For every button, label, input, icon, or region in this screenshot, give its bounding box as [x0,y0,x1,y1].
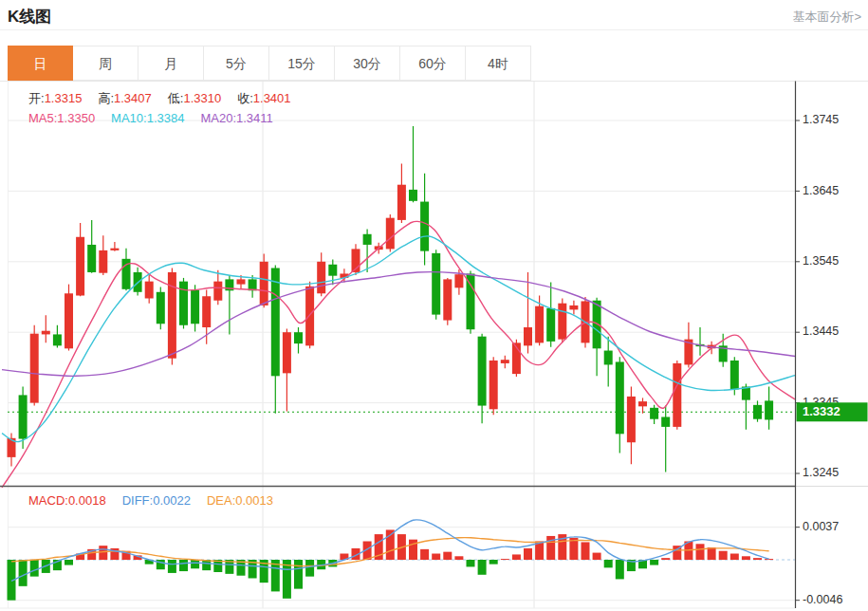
plot-area[interactable] [0,82,868,609]
readout-item: MA20:1.3411 [200,111,272,125]
candle-body [271,268,280,376]
candle-body [53,334,62,345]
macd-bar [191,560,199,568]
candle-body [478,337,487,406]
macd-bar [593,553,601,560]
candle-body [19,395,28,438]
macd-bar [420,549,429,560]
candle-body [420,202,429,251]
ohlc-readout: 开:1.3315高:1.3407低:1.3310收:1.3401 [28,90,307,107]
macd-bar [719,551,728,560]
macd-bar [489,560,498,565]
candle-body [294,332,303,343]
candle-body [397,185,406,220]
macd-bar [454,556,463,560]
last-price-badge-label: 1.3332 [803,404,840,418]
candle-body [524,327,532,345]
candle-body [546,308,555,342]
macd-bar [432,554,440,560]
candle-body [650,408,658,419]
candle-body [443,279,452,320]
candle-body [202,296,211,327]
candle-body [673,363,681,427]
candle-body [753,405,762,419]
candle-body [454,274,463,287]
candle-body [283,332,291,373]
candle-body [76,237,84,296]
readout-item: DIFF:0.0022 [122,493,191,508]
macd-bar [765,559,773,560]
price-axis-label: 1.3645 [803,184,839,197]
macd-bar [19,560,28,586]
candle-body [237,279,246,284]
candle-body [213,282,222,301]
candle-body [328,265,337,276]
candle-body [87,245,96,272]
readout-item: MA10:1.3384 [111,111,184,125]
macd-bar [179,560,188,571]
candle-body [730,361,739,390]
macd-bar [742,556,750,560]
macd-bar [708,547,716,560]
readout-item: 低:1.3310 [168,91,221,105]
candle-body [501,360,509,363]
candle-body [593,301,601,349]
candle-body [616,361,624,434]
candle-body [260,262,268,306]
readout-item: MA5:1.3350 [28,111,95,125]
readout-item: 高:1.3407 [98,91,151,105]
macd-bar [443,552,452,560]
macd-bar [604,560,613,567]
readout-item: 收:1.3401 [237,91,290,105]
candle-body [65,293,73,348]
macd-bar [294,560,303,589]
readout-item: DEA:0.0013 [207,493,273,508]
candle-body [638,401,647,406]
macd-bar [30,560,39,577]
candle-body [191,290,199,324]
kline-widget: K线图 基本面分析> 日周月5分15分30分60分4时 1.37451.3645… [0,0,868,611]
readout-item: MACD:0.0018 [28,493,106,508]
macd-bar [753,558,762,560]
price-axis-label: 1.3545 [803,254,839,268]
candle-body [99,250,107,273]
macd-bar [168,560,176,573]
candle-body [305,287,314,345]
macd-bar [616,560,624,579]
candle-body [535,306,544,343]
macd-readout: MACD:0.0018DIFF:0.0022DEA:0.0013 [28,493,289,508]
candle-body [558,304,566,340]
macd-bar [730,554,739,560]
candle-body [145,282,154,299]
macd-bar [501,559,509,560]
candle-body [661,417,670,426]
candle-body [42,331,50,335]
macd-bar [512,554,521,560]
candle-body [467,273,475,329]
candle-body [627,397,636,442]
candle-body [489,361,498,409]
candle-body [179,282,188,325]
candle-body [569,306,578,309]
macd-bar [467,560,475,566]
macd-bar [650,560,658,565]
macd-bar [524,548,532,560]
macd-bar [99,546,107,560]
readout-item: 开:1.3315 [28,91,82,105]
candle-body [30,334,39,403]
macd-bar [478,560,487,575]
macd-bar [696,544,705,560]
candle-body [157,292,165,324]
candle-body [386,218,395,250]
candle-body [604,351,613,365]
macd-axis-label: -0.0046 [803,593,842,606]
candle-body [432,253,440,315]
candle-body [409,190,417,201]
macd-bar [582,542,590,560]
price-axis-label: 1.3745 [803,113,839,126]
price-axis-label: 1.3245 [803,466,839,479]
candle-body [363,234,372,245]
macd-bar [305,560,314,577]
candle-body [110,249,119,250]
candle-body [765,400,773,419]
